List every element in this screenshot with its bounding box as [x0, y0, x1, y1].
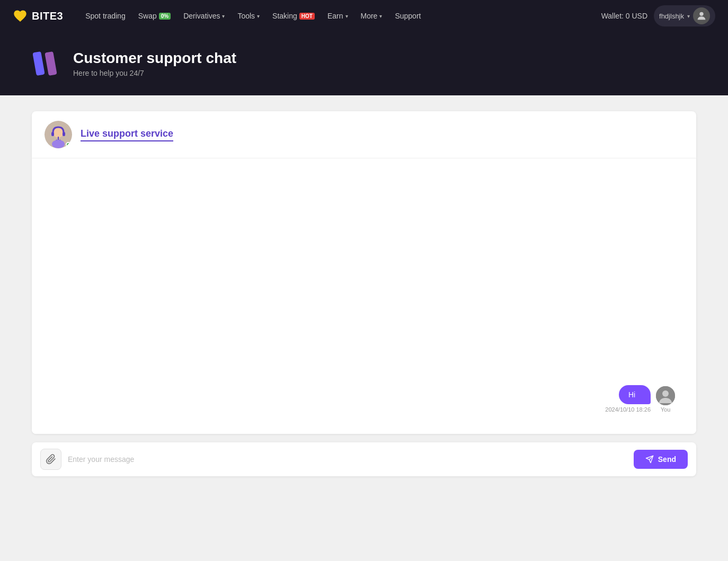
- chat-input-area: Send: [32, 442, 696, 476]
- hero-banner: Customer support chat Here to help you 2…: [0, 32, 728, 95]
- nav-items: Spot trading Swap 0% Derivatives ▾ Tools…: [80, 8, 597, 23]
- online-indicator: [66, 142, 71, 147]
- message-sender: You: [661, 406, 671, 413]
- nav-derivatives[interactable]: Derivatives ▾: [178, 8, 230, 23]
- message-bubble: Hi: [619, 385, 651, 404]
- support-avatar: [45, 121, 72, 148]
- hero-text: Customer support chat Here to help you 2…: [73, 50, 236, 77]
- message-input[interactable]: [68, 451, 627, 468]
- message-row: Hi 2024/10/10 18:26 You: [605, 385, 675, 413]
- staking-badge: HOT: [299, 13, 315, 20]
- nav-right: Wallet: 0 USD fhdjlshjk ▾: [601, 5, 715, 26]
- svg-rect-2: [45, 51, 57, 76]
- slash-icon: [32, 48, 64, 79]
- svg-rect-1: [32, 51, 45, 76]
- nav-more[interactable]: More ▾: [356, 8, 388, 23]
- brand-name: BITE3: [32, 10, 63, 22]
- chat-container: Live support service Hi 2024/10/10 18:26: [32, 111, 696, 434]
- attach-button[interactable]: [40, 449, 61, 470]
- main-content: Live support service Hi 2024/10/10 18:26: [0, 95, 728, 519]
- message-avatar: [656, 386, 675, 405]
- chat-header: Live support service: [32, 111, 696, 158]
- tools-chevron: ▾: [257, 13, 260, 19]
- username: fhdjlshjk: [659, 12, 684, 20]
- svg-rect-6: [63, 132, 65, 136]
- send-label: Send: [658, 455, 676, 464]
- nav-spot-trading[interactable]: Spot trading: [80, 8, 131, 23]
- svg-point-9: [662, 390, 669, 397]
- earn-chevron: ▾: [345, 13, 348, 19]
- send-icon: [645, 455, 654, 464]
- nav-support[interactable]: Support: [389, 8, 426, 23]
- svg-rect-5: [51, 132, 54, 136]
- wallet-info: Wallet: 0 USD: [601, 12, 647, 20]
- message-timestamp: 2024/10/10 18:26: [605, 406, 651, 413]
- page-title: Customer support chat: [73, 50, 236, 67]
- swap-badge: 0%: [159, 13, 171, 20]
- chat-body: Hi 2024/10/10 18:26 You: [32, 158, 696, 434]
- send-button[interactable]: Send: [634, 450, 688, 469]
- derivatives-chevron: ▾: [222, 13, 225, 19]
- messages-area: Hi 2024/10/10 18:26 You: [594, 375, 686, 423]
- user-menu[interactable]: fhdjlshjk ▾: [654, 5, 715, 26]
- user-avatar: [693, 7, 710, 24]
- nav-swap[interactable]: Swap 0%: [133, 8, 176, 23]
- navbar: BITE3 Spot trading Swap 0% Derivatives ▾…: [0, 0, 728, 32]
- message-meta: You: [656, 386, 675, 413]
- user-chevron: ▾: [687, 13, 690, 19]
- nav-tools[interactable]: Tools ▾: [232, 8, 265, 23]
- svg-point-0: [699, 12, 703, 16]
- more-chevron: ▾: [379, 13, 382, 19]
- page-subtitle: Here to help you 24/7: [73, 69, 236, 77]
- support-title[interactable]: Live support service: [81, 128, 173, 141]
- nav-earn[interactable]: Earn ▾: [322, 8, 353, 23]
- nav-staking[interactable]: Staking HOT: [267, 8, 320, 23]
- logo[interactable]: BITE3: [13, 8, 63, 23]
- svg-point-7: [52, 140, 65, 148]
- heart-icon: [13, 8, 28, 23]
